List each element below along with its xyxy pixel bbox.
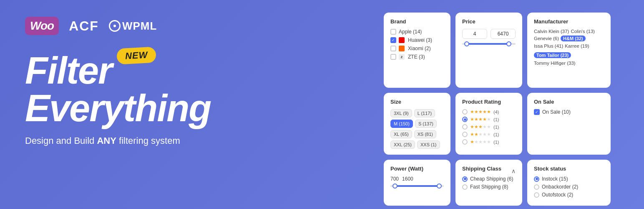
brand-xiaomi[interactable]: Xiaomi (2) [390,46,444,51]
onsale-item[interactable]: On Sale (10) [534,109,604,115]
brand-card-title: Brand [390,18,444,25]
rating-2star-radio[interactable] [462,132,468,137]
stock-onbackorder-radio[interactable] [534,184,539,190]
size-pills: 3XL (9) L (117) M (150) S (137) XL (65) … [390,109,444,149]
size-xl[interactable]: XL (65) [390,130,412,138]
brand-zte-checkbox[interactable] [390,54,396,60]
size-l[interactable]: L (117) [414,109,435,117]
shipping-collapse-icon[interactable]: ∧ [511,168,516,174]
rating-3star-stars: ★★★★★ [470,124,491,130]
mfr-colins[interactable]: Colin's (13) [571,29,595,34]
hero-section: NEW Filter Everything Design and Build A… [25,52,350,146]
brand-xiaomi-label: Xiaomi (2) [408,46,431,51]
size-xs[interactable]: XS (81) [414,130,436,138]
shipping-cheap[interactable]: Cheap Shipping (6) [462,176,516,182]
rating-card: Product Rating ★★★★★ (4) ★★★★★ (1) ★★★★★… [455,93,522,155]
size-s[interactable]: S (137) [415,120,437,128]
power-inputs: 700 1600 [390,176,444,182]
acf-logo-text: ACF [69,18,99,34]
rating-1star[interactable]: ★★★★★ (1) [462,139,516,145]
main-container: Woo ACF WPML NEW Filter Everything Desig… [0,0,644,209]
manufacturer-card: Manufacturer Calvin Klein (37) Colin's (… [527,13,611,88]
shipping-card: Shipping Class ∧ Cheap Shipping (6) Fast… [455,160,522,206]
rating-5star-radio[interactable] [462,109,468,115]
brand-apple-checkbox[interactable] [390,29,396,35]
price-max-input[interactable] [491,29,516,39]
price-slider-thumb-left[interactable] [464,41,469,46]
left-panel: Woo ACF WPML NEW Filter Everything Desig… [0,0,375,209]
rating-5star[interactable]: ★★★★★ (4) [462,109,516,115]
logos-row: Woo ACF WPML [25,17,350,35]
rating-4star-stars: ★★★★★ [470,117,491,122]
rating-1star-stars: ★★★★★ [470,139,491,145]
stock-instock[interactable]: Instock (15) [534,176,604,182]
stock-card-title: Stock status [534,166,604,172]
subtitle: Design and Build ANY filtering system [25,135,350,146]
stock-outofstock[interactable]: Outofstock (2) [534,192,604,198]
mfr-tomtailor-badge[interactable]: Tom Tailor (23) [534,52,571,58]
mfr-issaplus[interactable]: Issa Plus (41) [534,43,563,48]
size-m[interactable]: M (150) [390,120,413,128]
stock-card: Stock status Instock (15) Onbackorder (2… [527,160,611,206]
shipping-title-row: Shipping Class ∧ [462,166,516,176]
rating-4star[interactable]: ★★★★★ (1) [462,117,516,122]
shipping-fast-radio[interactable] [462,184,468,190]
brand-huawei[interactable]: Huawei (3) [390,37,444,43]
rating-5star-stars: ★★★★★ [470,109,491,115]
brand-huawei-checkbox[interactable] [390,37,396,43]
power-slider-track[interactable] [390,185,444,187]
rating-3star-radio[interactable] [462,124,468,130]
rating-3star[interactable]: ★★★★★ (1) [462,124,516,130]
onsale-card: On Sale On Sale (10) [527,93,611,155]
woo-logo-text: Woo [30,19,54,33]
shipping-cheap-radio[interactable] [462,176,468,182]
rating-4star-radio[interactable] [462,117,468,122]
woo-logo: Woo [25,17,59,35]
rating-2star[interactable]: ★★★★★ (1) [462,132,516,137]
subtitle-suffix: filtering system [116,135,180,146]
stock-outofstock-radio[interactable] [534,192,539,198]
stock-instock-radio[interactable] [534,176,539,182]
power-slider-thumb-right[interactable] [437,184,442,189]
subtitle-bold: ANY [97,135,116,146]
power-slider-thumb-left[interactable] [392,184,397,189]
power-max-val: 1600 [402,176,413,182]
rating-card-title: Product Rating [462,99,516,105]
mfr-calvinklein[interactable]: Calvin Klein (37) [534,29,569,34]
right-panel: Brand Apple (14) Huawei (3) Xiaomi (2) Z… [375,0,644,209]
xiaomi-icon [399,46,405,51]
onsale-card-title: On Sale [534,99,604,105]
mfr-tommyhilfiger[interactable]: Tommy Hilfiger (33) [534,61,576,66]
brand-zte-label: ZTE (3) [408,54,425,60]
brand-apple-label: Apple (14) [399,29,422,35]
zte-icon: Z [399,54,405,60]
size-card: Size 3XL (9) L (117) M (150) S (137) XL … [384,93,450,155]
brand-xiaomi-checkbox[interactable] [390,46,396,51]
power-slider-fill [393,185,441,187]
shipping-fast[interactable]: Fast Shipping (8) [462,184,516,190]
price-min-input[interactable] [462,29,487,39]
manufacturer-card-title: Manufacturer [534,18,604,25]
onsale-checkbox[interactable] [534,109,540,115]
wpml-logo-text: WPML [122,20,157,33]
power-card-title: Power (Watt) [390,166,444,172]
size-card-title: Size [390,99,444,105]
mfr-genevie[interactable]: Genevie (6) [534,36,559,41]
price-slider-thumb-right[interactable] [506,41,511,46]
mfr-hm-badge[interactable]: H&M (32) [561,36,586,41]
size-3xl[interactable]: 3XL (9) [390,109,412,117]
hero-title-line2: Everything [25,89,350,127]
rating-2star-count: (1) [493,132,499,137]
size-xxl[interactable]: XXL (25) [390,140,415,149]
price-slider-track[interactable] [462,43,516,45]
shipping-fast-label: Fast Shipping (8) [470,184,508,190]
brand-huawei-label: Huawei (3) [408,37,432,43]
size-xxs[interactable]: XXS (1) [417,140,440,149]
mfr-karree[interactable]: Karree (19) [565,43,589,48]
brand-apple[interactable]: Apple (14) [390,29,444,35]
brand-zte[interactable]: Z ZTE (3) [390,54,444,60]
wpml-logo: WPML [109,20,157,33]
rating-1star-radio[interactable] [462,139,468,145]
rating-3star-count: (1) [493,125,499,130]
stock-onbackorder[interactable]: Onbackorder (2) [534,184,604,190]
